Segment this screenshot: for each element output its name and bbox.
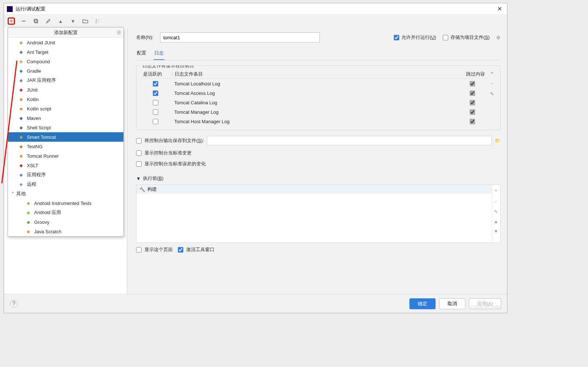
config-group-other[interactable]: ˅其他 bbox=[8, 189, 123, 198]
config-type-item[interactable]: ◆JUnit bbox=[8, 85, 123, 94]
br-edit-icon[interactable]: ✎ bbox=[494, 209, 498, 214]
help-icon[interactable]: ? bbox=[10, 300, 18, 308]
config-type-label: TestNG bbox=[27, 144, 42, 149]
show-stdout-checkbox[interactable] bbox=[136, 150, 142, 156]
log-active-checkbox[interactable] bbox=[153, 100, 158, 105]
config-type-item[interactable]: ◆Kotlin script bbox=[8, 104, 123, 113]
config-type-item[interactable]: ◆Android 应用 bbox=[8, 208, 123, 217]
browse-folder-icon[interactable]: 📁 bbox=[495, 138, 501, 144]
config-type-item[interactable]: ◆远程 bbox=[8, 180, 123, 189]
config-type-item[interactable]: ◆Android JUnit bbox=[8, 38, 123, 47]
log-active-checkbox[interactable] bbox=[153, 109, 158, 115]
filter-icon[interactable]: ☰ bbox=[117, 30, 121, 35]
run-debug-config-dialog: 运行/调试配置 ✕ ▲ ▼ az 添加新配置 ☰ ◆Android JUnit◆… bbox=[4, 3, 507, 313]
config-type-item[interactable]: ◆Kotlin bbox=[8, 94, 123, 104]
config-type-icon: ◆ bbox=[25, 219, 31, 225]
footer: ? 确定 取消 应用(A) bbox=[4, 294, 507, 313]
log-entry-name: Tomcat Host Manager Log bbox=[170, 119, 460, 124]
popup-title: 添加新配置 bbox=[54, 29, 78, 36]
config-type-icon: ◆ bbox=[18, 153, 24, 159]
tab-config[interactable]: 配置 bbox=[136, 48, 147, 60]
folder-icon[interactable] bbox=[82, 17, 89, 25]
name-input[interactable] bbox=[160, 32, 320, 43]
config-type-item[interactable]: ◆XSLT bbox=[8, 161, 123, 170]
move-up-icon[interactable]: ▲ bbox=[57, 17, 64, 25]
log-table-row[interactable]: Tomcat Localhost Log bbox=[141, 79, 488, 88]
show-stdout-label: 显示控制台当标准变更 bbox=[144, 150, 192, 156]
show-page-checkbox[interactable] bbox=[136, 247, 142, 253]
config-type-item[interactable]: ◆Ant Target bbox=[8, 47, 123, 57]
save-console-path[interactable] bbox=[207, 136, 492, 145]
before-run-item[interactable]: 🔨 构建 bbox=[136, 185, 491, 194]
config-type-icon: ◆ bbox=[25, 200, 31, 206]
log-entry-name: Tomcat Manager Log bbox=[170, 109, 460, 115]
config-type-item[interactable]: ◆Smart Tomcat bbox=[8, 132, 123, 142]
store-project-checkbox[interactable]: 存储为项目文件(S) bbox=[443, 34, 490, 41]
config-type-item[interactable]: ◆Tomcat Runner bbox=[8, 151, 123, 161]
br-down-icon[interactable]: ▼ bbox=[494, 229, 498, 234]
config-type-label: Android JUnit bbox=[27, 40, 55, 45]
save-console-checkbox[interactable] bbox=[136, 138, 142, 144]
config-type-item[interactable]: ◆Android Instrumented Tests bbox=[8, 198, 123, 208]
config-type-icon: ◆ bbox=[18, 77, 24, 83]
name-label: 名称(N): bbox=[136, 34, 154, 41]
main-panel: 名称(N): 允许并行运行(U) 存储为项目文件(S) ⚙ 配置 日志 日志文件… bbox=[127, 27, 507, 294]
config-type-label: Gradle bbox=[27, 68, 41, 74]
br-remove-icon[interactable]: － bbox=[494, 198, 498, 205]
log-add-icon[interactable]: ＋ bbox=[490, 69, 494, 76]
show-page-label: 显示这个页面 bbox=[144, 246, 173, 253]
br-add-icon[interactable]: ＋ bbox=[494, 187, 498, 194]
config-type-icon: ◆ bbox=[18, 96, 24, 102]
config-type-icon: ◆ bbox=[18, 144, 24, 149]
log-table-row[interactable]: Tomcat Host Manager Log bbox=[141, 117, 488, 126]
log-skip-checkbox[interactable] bbox=[470, 119, 475, 124]
log-skip-checkbox[interactable] bbox=[470, 109, 475, 115]
log-table-row[interactable]: Tomcat Manager Log bbox=[141, 107, 488, 117]
sort-icon[interactable]: az bbox=[94, 17, 101, 25]
log-table-row[interactable]: Tomcat Catalina Log bbox=[141, 98, 488, 107]
gear-icon[interactable]: ⚙ bbox=[496, 35, 501, 40]
activate-window-checkbox[interactable] bbox=[178, 247, 183, 253]
edit-templates-button[interactable] bbox=[45, 17, 52, 25]
config-type-item[interactable]: ◆Compound bbox=[8, 57, 123, 66]
tabs: 配置 日志 bbox=[136, 48, 501, 60]
log-skip-checkbox[interactable] bbox=[470, 81, 475, 86]
config-type-item[interactable]: ◆Maven bbox=[8, 113, 123, 123]
log-table-row[interactable]: Tomcat Access Log bbox=[141, 88, 488, 98]
remove-button[interactable] bbox=[20, 17, 27, 25]
log-active-checkbox[interactable] bbox=[153, 90, 158, 96]
tab-logs[interactable]: 日志 bbox=[154, 48, 164, 60]
config-tree-sidebar: 添加新配置 ☰ ◆Android JUnit◆Ant Target◆Compou… bbox=[4, 27, 127, 294]
config-type-item[interactable]: ◆Groovy bbox=[8, 217, 123, 227]
config-type-icon: ◆ bbox=[18, 87, 24, 93]
log-skip-checkbox[interactable] bbox=[470, 90, 475, 96]
config-type-item[interactable]: ◆Shell Script bbox=[8, 123, 123, 132]
log-remove-icon[interactable]: － bbox=[490, 80, 494, 87]
config-type-item[interactable]: ◆TestNG bbox=[8, 142, 123, 151]
config-type-label: Compound bbox=[27, 59, 50, 64]
copy-button[interactable] bbox=[32, 17, 40, 25]
ok-button[interactable]: 确定 bbox=[409, 298, 436, 309]
chevron-down-icon: ˅ bbox=[12, 191, 14, 197]
show-stderr-checkbox[interactable] bbox=[136, 161, 142, 167]
cancel-button[interactable]: 取消 bbox=[439, 298, 465, 309]
chevron-down-icon[interactable]: ▼ bbox=[136, 176, 141, 181]
config-type-item[interactable]: ◆Gradle bbox=[8, 66, 123, 76]
config-type-item[interactable]: ◆JAR 应用程序 bbox=[8, 76, 123, 85]
log-edit-icon[interactable]: ✎ bbox=[490, 91, 494, 97]
config-type-item[interactable]: ◆应用程序 bbox=[8, 170, 123, 180]
col-skip: 跳过内容 bbox=[460, 71, 485, 77]
add-button[interactable] bbox=[8, 17, 15, 25]
config-type-item[interactable]: ◆Java Scratch bbox=[8, 227, 123, 236]
log-entry-name: Tomcat Localhost Log bbox=[170, 81, 460, 86]
config-type-label: Smart Tomcat bbox=[27, 134, 56, 140]
log-skip-checkbox[interactable] bbox=[470, 100, 475, 105]
move-down-icon[interactable]: ▼ bbox=[69, 17, 77, 25]
allow-parallel-checkbox[interactable]: 允许并行运行(U) bbox=[394, 34, 436, 41]
before-run-label: 执行前(B) bbox=[143, 175, 163, 182]
log-active-checkbox[interactable] bbox=[153, 119, 158, 124]
close-icon[interactable]: ✕ bbox=[495, 5, 504, 12]
log-active-checkbox[interactable] bbox=[153, 81, 158, 86]
config-type-label: Tomcat Runner bbox=[27, 153, 59, 159]
br-up-icon[interactable]: ▲ bbox=[494, 219, 498, 224]
